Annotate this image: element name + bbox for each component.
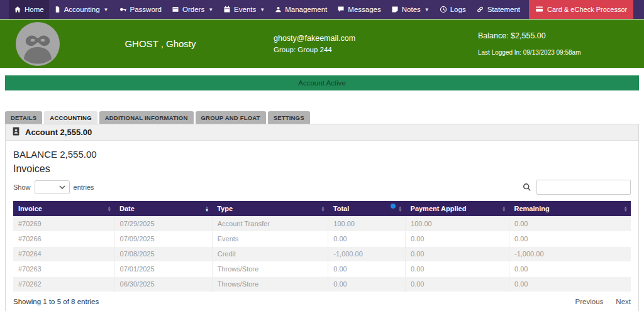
chevron-down-icon: ▼	[208, 7, 213, 13]
column-header-date[interactable]: Date▲▼	[114, 201, 212, 216]
nav-item-label: Notes	[402, 6, 421, 13]
cell-date: 07/01/2025	[114, 261, 212, 276]
column-label: Date	[119, 205, 135, 212]
nav-item-label: Home	[25, 6, 44, 13]
column-header-remaining[interactable]: Remaining▲▼	[509, 201, 631, 216]
invoices-table-header-row: Invoice▲▼ Date▲▼ Type▲▼ Total▲▼ Payment …	[13, 201, 631, 216]
history-icon	[440, 6, 447, 13]
cell-total: 0.00	[328, 276, 406, 292]
chevron-down-icon: ▼	[425, 7, 430, 13]
card-box-icon	[172, 6, 179, 13]
table-footer: Showing 1 to 5 of 8 entries Previous Nex…	[13, 298, 631, 305]
tab-accounting[interactable]: ACCOUNTING	[44, 111, 97, 124]
pagination: Previous Next	[575, 298, 631, 305]
tab-additional-information[interactable]: ADDITIONAL INFORMATION	[99, 111, 194, 124]
nav-item-password[interactable]: Password	[114, 0, 167, 19]
nav-item-events[interactable]: Events ▼	[218, 0, 270, 19]
next-page-button[interactable]: Next	[616, 298, 631, 305]
nav-item-label: Statement	[487, 6, 520, 13]
cell-remaining: 0.00	[509, 216, 631, 231]
nav-item-label: Accounting	[64, 6, 100, 13]
cell-invoice: #70269	[13, 216, 114, 231]
sort-icons: ▲▼	[321, 205, 325, 212]
table-row: #70262 06/30/2025 Throws/Store 0.00 0.00…	[13, 276, 631, 292]
chevron-down-icon: ▼	[260, 7, 265, 13]
account-panel-title: Account 2,555.00	[25, 128, 92, 137]
column-label: Invoice	[18, 205, 42, 212]
table-row: #70264 07/08/2025 Credit -1,000.00 0.00 …	[13, 246, 631, 261]
previous-page-button[interactable]: Previous	[575, 298, 604, 305]
tab-group-and-float[interactable]: GROUP AND FLOAT	[196, 111, 266, 124]
cell-date: 07/09/2025	[114, 231, 212, 246]
chevron-down-icon: ▼	[104, 7, 109, 13]
person-icon	[275, 6, 282, 13]
credit-card-icon	[535, 6, 543, 14]
cell-total: -1,000.00	[328, 246, 406, 261]
cell-total: 100.00	[328, 216, 406, 231]
nav-item-label: Management	[285, 6, 327, 13]
cell-invoice: #70264	[13, 246, 114, 261]
entries-label: entries	[74, 183, 94, 191]
profile-group: Group: Group 244	[274, 46, 425, 53]
nav-item-label: Password	[130, 6, 162, 13]
column-label: Total	[333, 205, 349, 212]
cell-invoice: #70263	[13, 261, 114, 276]
invoices-table: Invoice▲▼ Date▲▼ Type▲▼ Total▲▼ Payment …	[13, 201, 631, 292]
page-length-select[interactable]	[35, 180, 70, 194]
chevron-down-icon	[59, 185, 65, 189]
column-header-type[interactable]: Type▲▼	[212, 201, 328, 216]
column-header-invoice[interactable]: Invoice▲▼	[13, 201, 114, 216]
cell-remaining: -1,000.00	[509, 246, 631, 261]
profile-name: GHOST , Ghosty	[60, 38, 261, 49]
search-icon	[523, 183, 531, 192]
column-label: Payment Applied	[411, 205, 467, 212]
cell-type: Throws/Store	[212, 261, 328, 276]
showing-entries-text: Showing 1 to 5 of 8 entries	[13, 298, 99, 305]
avatar	[16, 22, 60, 66]
card-echeck-processor-button[interactable]: Card & eCheck Processor	[529, 0, 633, 19]
nav-item-statement[interactable]: Statement	[471, 0, 525, 19]
cell-invoice: #70262	[13, 276, 114, 292]
nav-item-label: Orders	[182, 6, 204, 13]
cell-date: 07/29/2025	[114, 216, 212, 231]
nav-item-orders[interactable]: Orders ▼	[167, 0, 218, 19]
profile-email: ghosty@fakeemail.com	[274, 34, 425, 43]
nav-item-home[interactable]: Home	[9, 0, 49, 19]
tab-details[interactable]: DETAILS	[5, 111, 42, 124]
nav-item-logs[interactable]: Logs	[435, 0, 471, 19]
profile-last-logged-in: Last Logged In: 09/13/2023 09:58am	[478, 49, 580, 56]
page: Home Accounting ▼ Password Orders ▼ Even…	[0, 0, 644, 311]
tab-settings[interactable]: SETTINGS	[268, 111, 310, 124]
cell-type: Events	[212, 231, 328, 246]
mask-avatar-icon	[16, 22, 60, 66]
invoices-title: Invoices	[13, 163, 631, 175]
link-icon	[476, 6, 484, 13]
table-row: #70266 07/09/2025 Events 0.00 0.00 0.00	[13, 231, 631, 246]
nav-item-label: Messages	[348, 6, 380, 13]
profile-balance-column: Balance: $2,555.00 Last Logged In: 09/13…	[478, 31, 580, 56]
table-row: #70263 07/01/2025 Throws/Store 0.00 0.00…	[13, 261, 631, 276]
processor-button-label: Card & eCheck Processor	[547, 6, 627, 13]
cell-type: Account Transfer	[212, 216, 328, 231]
search-input[interactable]	[536, 180, 631, 195]
account-panel-header: Account 2,555.00	[6, 124, 638, 141]
cell-remaining: 0.00	[509, 231, 631, 246]
nav-item-notes[interactable]: Notes ▼	[386, 0, 435, 19]
profile-contact-column: ghosty@fakeemail.com Group: Group 244	[274, 34, 425, 53]
cell-date: 07/08/2025	[114, 246, 212, 261]
cell-payment-applied: 0.00	[406, 276, 509, 292]
nav-item-management[interactable]: Management	[270, 0, 332, 19]
column-header-total[interactable]: Total▲▼	[328, 201, 406, 216]
key-icon	[119, 6, 127, 13]
show-label: Show	[13, 183, 31, 191]
nav-item-accounting[interactable]: Accounting ▼	[49, 0, 114, 19]
account-panel-body: BALANCE 2,555.00 Invoices Show entries	[6, 141, 638, 311]
column-header-payment-applied[interactable]: Payment Applied▲▼	[406, 201, 509, 216]
sort-icons: ▲▼	[205, 205, 209, 212]
cell-date: 06/30/2025	[114, 276, 212, 292]
account-status-banner: Account Active	[5, 75, 639, 90]
cell-type: Credit	[212, 246, 328, 261]
nav-item-messages[interactable]: Messages	[332, 0, 386, 19]
cell-payment-applied: 0.00	[406, 246, 509, 261]
account-document-icon	[12, 126, 20, 139]
